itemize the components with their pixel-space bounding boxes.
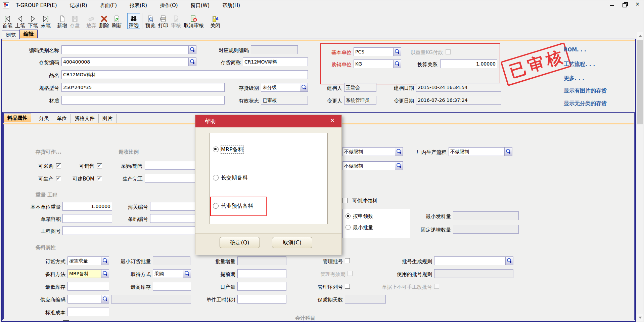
printer-icon — [159, 14, 167, 23]
item-short-name-field[interactable]: CR12MOV精料 — [243, 57, 308, 66]
base-unit-field[interactable]: PCS — [354, 47, 401, 56]
long-leadtime-prep-label[interactable]: 长交期备料 — [221, 174, 248, 182]
first-record-button[interactable]: 首笔 — [1, 14, 13, 29]
can-purchase-checkbox[interactable] — [56, 163, 61, 168]
lookup-icon[interactable] — [101, 295, 109, 303]
can-bom-checkbox[interactable] — [97, 176, 102, 181]
show-unclassified-items-link[interactable]: 显示无分类的存货 — [564, 100, 607, 107]
tab-units[interactable]: 单位 — [53, 114, 71, 123]
lookup-icon[interactable] — [188, 58, 196, 66]
next-record-button[interactable]: 下笔 — [27, 14, 39, 29]
manage-serial-checkbox[interactable] — [345, 284, 350, 289]
tab-images[interactable]: 图片 — [99, 114, 117, 123]
scrollbar-thumb[interactable] — [637, 40, 643, 124]
mrp-prep-label[interactable]: MRP备料 — [221, 146, 243, 153]
menu-tgroup-erp[interactable]: T-GROUP ERP(E) — [16, 2, 57, 9]
minimize-icon[interactable] — [609, 2, 615, 7]
supplier-code-field[interactable] — [67, 295, 109, 304]
manage-batch-checkbox[interactable] — [345, 258, 350, 263]
item-name-field[interactable]: CR12MOV精料 — [61, 70, 308, 79]
lookup-icon[interactable] — [393, 48, 401, 56]
min-batch-radio[interactable] — [346, 225, 351, 230]
restriction2-field[interactable]: 不做限制 — [342, 161, 403, 170]
barcode-field[interactable] — [150, 214, 196, 223]
restore-icon[interactable] — [622, 2, 628, 7]
preview-button[interactable]: 预览 — [144, 14, 156, 29]
vertical-scrollbar[interactable] — [637, 32, 643, 322]
lookup-icon[interactable] — [188, 46, 196, 54]
code-category-field[interactable] — [61, 45, 196, 54]
min-stock-label: 最低库存 — [37, 283, 65, 291]
can-sell-checkbox[interactable] — [97, 163, 102, 168]
acquire-method-field[interactable]: 采购 — [153, 269, 191, 278]
lead-time-field[interactable] — [237, 269, 286, 278]
lookup-icon[interactable] — [505, 257, 513, 265]
spec-field[interactable]: 250*240*35 — [61, 83, 225, 92]
factory-flow-field[interactable]: 不做限制 — [449, 147, 512, 156]
lookup-icon[interactable] — [183, 270, 191, 278]
box-volume-field[interactable] — [62, 214, 112, 223]
ok-button[interactable]: 确定(Q) — [220, 237, 260, 248]
lookup-icon[interactable] — [504, 148, 512, 156]
mrp-prep-radio[interactable] — [213, 147, 219, 152]
dialog-close-icon[interactable] — [329, 117, 337, 125]
drawing-no-field[interactable] — [62, 226, 196, 235]
trade-unit-field[interactable]: KG — [354, 59, 401, 68]
lookup-icon[interactable] — [101, 257, 109, 265]
filter-button[interactable]: 筛选 — [127, 13, 140, 29]
scroll-down-icon[interactable] — [637, 314, 643, 321]
menu-record[interactable]: 记录(R) — [70, 2, 87, 9]
backflush-checkbox[interactable] — [342, 198, 348, 203]
print-button[interactable]: 打印 — [157, 14, 169, 29]
tab-classification[interactable]: 分类 — [35, 114, 53, 123]
lookup-icon[interactable] — [395, 162, 403, 170]
purchase-sales-field[interactable] — [145, 161, 196, 170]
show-items-with-images-link[interactable]: 显示有图片的存货 — [564, 87, 607, 94]
batch-rule-field[interactable] — [434, 256, 513, 265]
item-code-field[interactable]: 400400008 — [61, 57, 196, 66]
prod-complete-field[interactable] — [145, 174, 196, 183]
unit-work-seconds-field[interactable] — [237, 295, 286, 304]
lookup-icon[interactable] — [101, 270, 109, 278]
process-flow-link[interactable]: 工艺流程. . . — [564, 61, 595, 68]
base-unit-weight-field[interactable]: 1.00000 — [62, 202, 112, 211]
menu-report[interactable]: 报表(R) — [130, 2, 147, 9]
cancel-audit-button[interactable]: 取消审核 — [183, 14, 205, 29]
daily-output-field[interactable] — [237, 282, 286, 291]
menu-window[interactable]: 窗口(W) — [191, 2, 210, 9]
tab-qualification-files[interactable]: 资格文件 — [71, 114, 99, 123]
max-stock-field[interactable] — [153, 282, 191, 291]
tab-edit[interactable]: 编辑 — [19, 30, 38, 38]
lookup-icon[interactable] — [393, 60, 401, 68]
issue-by-request-radio[interactable] — [346, 213, 351, 218]
scroll-up-icon[interactable] — [637, 32, 643, 40]
prep-method-field[interactable]: MRP备料 — [67, 269, 109, 278]
order-method-field[interactable]: 按需求量 — [67, 256, 109, 265]
last-record-button[interactable]: 末笔 — [40, 14, 52, 29]
close-button[interactable]: 关闭 — [209, 14, 221, 29]
min-stock-field[interactable] — [67, 282, 109, 291]
std-cost-field[interactable] — [67, 308, 109, 316]
bom-link[interactable]: BOM. . . — [564, 47, 586, 53]
refresh-button[interactable]: 刷新 — [111, 14, 123, 29]
long-leadtime-prep-radio[interactable] — [213, 175, 219, 180]
material-field[interactable] — [61, 96, 225, 105]
conversion-field[interactable]: 1.00000 — [440, 59, 497, 68]
can-produce-checkbox[interactable] — [56, 176, 61, 181]
lookup-icon[interactable] — [300, 83, 308, 91]
customs-code-field[interactable] — [150, 202, 196, 211]
close-window-icon[interactable] — [635, 2, 640, 7]
item-level-field[interactable]: 未分级 — [261, 83, 308, 92]
cancel-button[interactable]: 取消(C) — [272, 237, 312, 248]
new-button[interactable]: 新增 — [56, 14, 68, 29]
menu-help[interactable]: 帮助(H) — [222, 2, 240, 9]
restriction1-field[interactable]: 不做限制 — [342, 147, 403, 156]
tab-item-properties[interactable]: 料品属性 — [4, 114, 31, 122]
tab-browse[interactable]: 浏览 — [2, 31, 20, 39]
delete-button[interactable]: 删除 — [98, 14, 110, 29]
menu-operation[interactable]: 操作(O) — [160, 2, 178, 9]
more-link[interactable]: 更多. . . — [564, 75, 584, 82]
prev-record-button[interactable]: 上笔 — [14, 14, 26, 29]
menu-interface[interactable]: 界面(F) — [100, 2, 117, 9]
lookup-icon[interactable] — [395, 148, 403, 156]
